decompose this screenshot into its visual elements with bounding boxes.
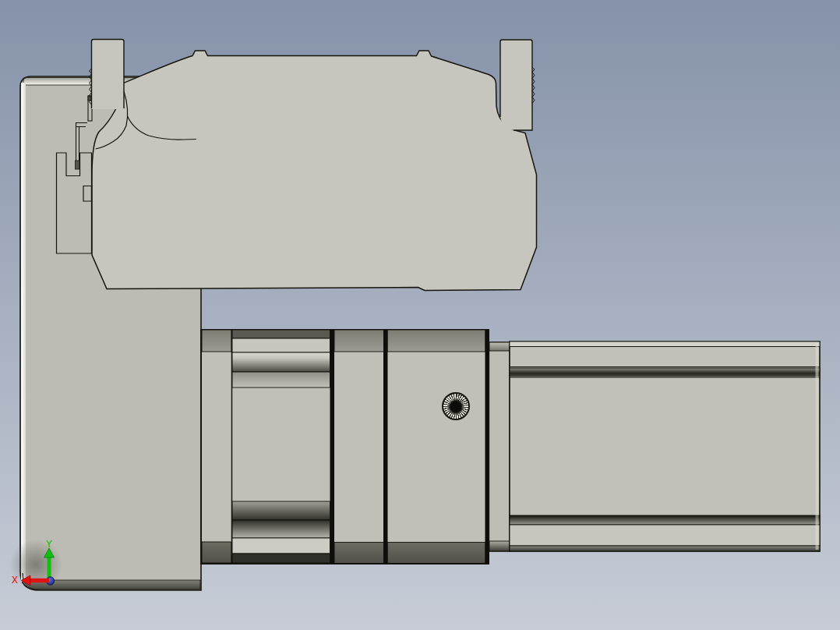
carriage-left-bottom-band	[202, 542, 231, 563]
rail-connector-body	[489, 342, 510, 551]
coupling-top-band	[334, 330, 384, 352]
coupling-bottom-band	[334, 543, 384, 564]
cable-gland-right-body	[500, 40, 532, 130]
base-plate-left-chamfer	[21, 83, 26, 582]
motor-housing-body	[92, 51, 537, 291]
cable-gland-left-body	[92, 40, 125, 110]
end-block-top-band	[387, 330, 485, 352]
axis-y-label: Y	[46, 538, 52, 550]
rod-shelf-bottom	[232, 520, 330, 538]
rod-cylinder-top	[232, 352, 330, 372]
rail-bottom-chamfer	[510, 546, 820, 551]
rod-band-bottom-light	[232, 538, 330, 554]
rail-end-highlight	[816, 343, 819, 550]
guide-rail	[510, 342, 820, 551]
end-block-bottom-band	[387, 543, 485, 564]
axis-x-label: X	[12, 574, 18, 586]
carriage-left-top-band	[202, 330, 231, 352]
rod-band-top-dark	[232, 330, 330, 338]
carriage-assembly	[201, 330, 489, 564]
section-divider-2	[383, 330, 388, 564]
rod-band-bottom-dark	[232, 554, 330, 563]
cable-gland-right-threads	[532, 67, 535, 104]
cable-gland-left	[90, 40, 125, 110]
cad-canvas: X Y	[0, 0, 840, 630]
rod-band-top-light	[232, 338, 330, 352]
rod-cylinder-bottom	[232, 501, 330, 520]
motor-housing	[57, 51, 537, 291]
cad-viewport[interactable]: X Y	[0, 0, 840, 630]
rod-shelf-top	[232, 372, 330, 388]
grease-fitting-tip	[76, 161, 80, 169]
rail-lower-band	[510, 525, 820, 546]
rail-lower-groove	[510, 515, 820, 525]
section-divider-1	[330, 330, 335, 564]
rail-connector-top-band	[489, 342, 510, 351]
set-screw-knob	[442, 392, 470, 420]
rail-top-highlight	[510, 342, 820, 347]
rail-upper-groove	[510, 368, 820, 377]
cable-gland-right	[500, 40, 535, 130]
rail-connector	[489, 342, 510, 551]
section-divider-3	[485, 330, 489, 564]
rail-connector-bottom-band	[489, 541, 510, 551]
